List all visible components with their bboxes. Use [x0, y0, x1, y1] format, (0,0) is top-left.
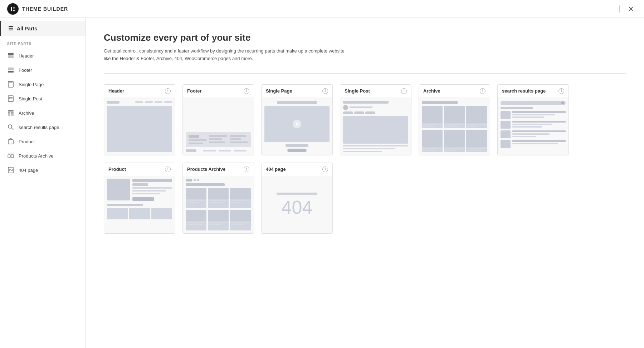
card-404-title: 404 page [266, 166, 286, 172]
svg-rect-2 [13, 9, 15, 9]
card-footer-title: Footer [187, 88, 201, 94]
close-button[interactable]: ✕ [625, 3, 637, 15]
card-404-preview: 404 [262, 176, 332, 233]
card-products-archive[interactable]: Products Archive i [182, 163, 254, 234]
card-search-results-preview [498, 98, 569, 155]
card-single-post-info[interactable]: i [401, 88, 407, 94]
card-product-title: Product [108, 166, 126, 172]
svg-rect-4 [8, 53, 14, 55]
svg-text:404: 404 [9, 169, 13, 171]
card-search-results-info[interactable]: i [558, 88, 564, 94]
cta-label [286, 144, 308, 147]
svg-rect-7 [8, 71, 14, 73]
sidebar-item-single-post[interactable]: Single Post [0, 91, 86, 106]
card-archive-title: Archive [423, 88, 440, 94]
card-search-results-bar: search results page i [498, 85, 569, 98]
sidebar-item-footer-label: Footer [19, 68, 32, 73]
site-parts-label: SITE PARTS [0, 36, 86, 49]
svg-rect-20 [8, 114, 10, 116]
menu-icon: ☰ [8, 25, 13, 32]
404-number: 404 [282, 198, 313, 217]
card-header[interactable]: Header i [104, 84, 175, 155]
footer-icon [7, 66, 14, 74]
svg-line-23 [11, 128, 13, 130]
card-404-bar: 404 page i [262, 163, 332, 176]
card-single-page[interactable]: Single Page i [261, 84, 333, 155]
card-product-bar: Product i [104, 163, 175, 176]
card-footer-preview [183, 98, 254, 155]
sidebar-item-single-post-label: Single Post [19, 96, 42, 101]
svg-rect-13 [9, 97, 13, 98]
divider [619, 5, 620, 13]
close-icon: ✕ [628, 5, 634, 13]
card-archive-preview [419, 98, 490, 155]
card-product[interactable]: Product i [104, 163, 175, 234]
card-single-page-title: Single Page [266, 88, 292, 94]
sidebar-item-header-label: Header [19, 53, 34, 59]
svg-rect-11 [9, 85, 11, 85]
sidebar-item-footer[interactable]: Footer [0, 63, 86, 77]
svg-point-22 [8, 125, 12, 128]
card-header-title: Header [108, 88, 124, 94]
sidebar-item-404[interactable]: 404 404 page [0, 163, 86, 177]
card-footer-info[interactable]: i [244, 88, 249, 94]
sidebar-item-header[interactable]: Header [0, 49, 86, 63]
card-footer-bar: Footer i [183, 85, 254, 98]
header-icon [7, 52, 14, 59]
archive-icon [7, 109, 14, 116]
sidebar-item-archive[interactable]: Archive [0, 106, 86, 120]
svg-point-14 [9, 98, 10, 99]
svg-rect-6 [8, 68, 14, 70]
svg-rect-26 [11, 155, 14, 158]
svg-rect-16 [9, 100, 13, 100]
card-products-archive-title: Products Archive [187, 166, 225, 172]
card-archive-info[interactable]: i [480, 88, 486, 94]
card-archive-bar: Archive i [419, 85, 490, 98]
elementor-logo [7, 3, 19, 15]
single-page-icon [7, 81, 14, 88]
svg-rect-5 [8, 55, 14, 58]
card-search-results[interactable]: search results page i [497, 84, 569, 155]
card-header-info[interactable]: i [165, 88, 171, 94]
card-archive[interactable]: Archive i [419, 84, 490, 155]
sidebar-item-archive-label: Archive [19, 110, 34, 116]
sidebar-item-products-archive[interactable]: Products Archive [0, 149, 86, 163]
page-description: Get total control, consistency and a fas… [104, 48, 347, 63]
card-product-info[interactable]: i [165, 166, 171, 172]
sidebar-all-parts[interactable]: ☰ All Parts [0, 21, 86, 36]
svg-rect-0 [11, 7, 12, 11]
sidebar-item-404-label: 404 page [19, 168, 38, 173]
card-404[interactable]: 404 page i 404 [261, 163, 333, 234]
card-products-archive-bar: Products Archive i [183, 163, 254, 176]
card-footer[interactable]: Footer i [182, 84, 254, 155]
content-area: Customize every part of your site Get to… [86, 18, 644, 348]
svg-rect-25 [8, 155, 10, 158]
card-single-post[interactable]: Single Post i [340, 84, 411, 155]
page-title: Customize every part of your site [104, 32, 626, 43]
sidebar-item-search[interactable]: search results page [0, 120, 86, 134]
404-icon: 404 [7, 166, 14, 174]
svg-rect-18 [8, 112, 10, 114]
sidebar-item-product[interactable]: Product [0, 134, 86, 149]
sidebar: ☰ All Parts SITE PARTS Header Footer [0, 18, 86, 348]
svg-rect-27 [8, 154, 14, 154]
sidebar-item-single-page[interactable]: Single Page [0, 77, 86, 91]
sidebar-item-products-archive-label: Products Archive [19, 153, 54, 159]
card-products-archive-info[interactable]: i [244, 166, 249, 172]
main-layout: ☰ All Parts SITE PARTS Header Footer [0, 18, 644, 348]
card-products-archive-preview [183, 176, 254, 233]
cards-grid: Header i [104, 84, 626, 234]
card-404-info[interactable]: i [322, 166, 328, 172]
svg-rect-24 [8, 140, 13, 144]
card-single-page-info[interactable]: i [322, 88, 328, 94]
svg-rect-1 [13, 7, 15, 8]
card-single-post-bar: Single Post i [340, 85, 411, 98]
svg-rect-17 [8, 110, 14, 111]
card-search-results-title: search results page [502, 88, 546, 94]
card-single-post-title: Single Post [345, 88, 370, 94]
svg-rect-21 [11, 114, 14, 116]
top-bar-left: THEME BUILDER [7, 3, 68, 15]
card-single-page-bar: Single Page i [262, 85, 332, 98]
card-product-preview [104, 176, 175, 233]
svg-rect-3 [13, 10, 15, 11]
